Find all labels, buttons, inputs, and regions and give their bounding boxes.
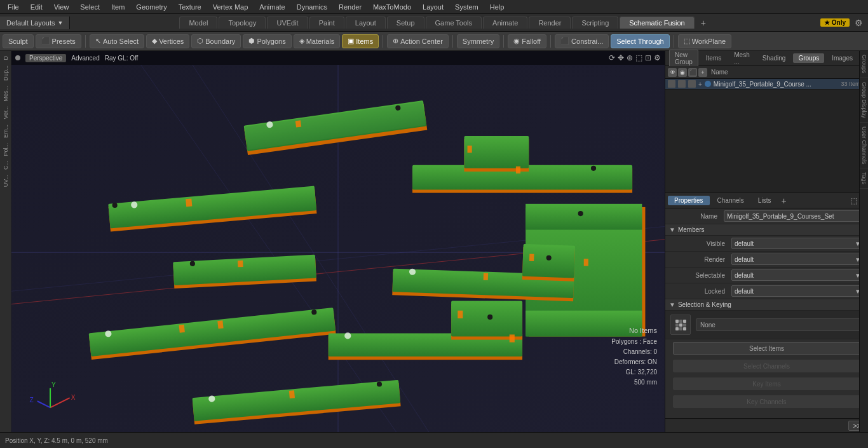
select-items-button[interactable]: Select Items	[669, 341, 864, 356]
plus-icon[interactable]: +	[698, 68, 707, 77]
no-items-label: No Items	[611, 325, 657, 337]
viewport[interactable]: Perspective Advanced Ray GL: Off ⟳ ✥ ⊕ ⬚…	[11, 51, 665, 432]
left-tab-uv[interactable]: UV...	[1, 172, 10, 189]
left-tab-em[interactable]: Em...	[1, 122, 10, 140]
menu-geometry[interactable]: Geometry	[131, 2, 172, 12]
tab-setup[interactable]: Setup	[387, 17, 424, 29]
menu-texture[interactable]: Texture	[173, 2, 207, 12]
selection-keying-section-header[interactable]: ▼ Selection & Keying	[665, 299, 868, 311]
boundary-button[interactable]: ⬡ Boundary	[191, 34, 241, 48]
panel-tab-groups[interactable]: Groups	[793, 53, 824, 63]
add-layout-tab-button[interactable]: +	[696, 16, 711, 30]
prop-selectable-row: Selectable default ▼	[665, 268, 868, 283]
menu-edit[interactable]: Edit	[25, 2, 48, 12]
prop-name-input[interactable]: Minigolf_35_Portable_9_Courses_Set	[724, 210, 864, 222]
tab-paint[interactable]: Paint	[309, 17, 344, 29]
menu-maxtomodo[interactable]: MaxToModo	[368, 2, 416, 12]
tab-topology[interactable]: Topology	[219, 17, 266, 29]
symmetry-button[interactable]: Symmetry	[457, 34, 500, 48]
prop-visible-select[interactable]: default ▼	[731, 238, 864, 249]
polygons-button[interactable]: ⬢ Polygons	[243, 34, 291, 48]
new-group-button[interactable]: New Group	[669, 50, 698, 67]
viewport-dot	[15, 55, 20, 60]
left-tab-d[interactable]: D	[1, 53, 10, 63]
prop-selectable-select[interactable]: default ▼	[731, 269, 864, 281]
viewport-ray-gl[interactable]: Ray GL: Off	[105, 55, 139, 62]
tab-render[interactable]: Render	[529, 17, 571, 29]
workplane-button[interactable]: ⬚ WorkPlane	[678, 34, 732, 48]
item-name[interactable]: Minigolf_35_Portable_9_Course ...	[714, 81, 839, 88]
menu-layout[interactable]: Layout	[417, 2, 449, 12]
viewport-icon-camera[interactable]: ⊡	[645, 53, 651, 62]
rvtab-group-display[interactable]: Group Display	[860, 78, 868, 123]
menu-view[interactable]: View	[49, 2, 74, 12]
materials-button[interactable]: ◈ Materials	[294, 34, 341, 48]
tab-schematic-fusion[interactable]: Schematic Fusion	[620, 17, 694, 29]
menu-animate[interactable]: Animate	[254, 2, 290, 12]
kd7	[675, 327, 679, 330]
left-tab-c[interactable]: C...	[1, 158, 10, 172]
props-add-tab-icon[interactable]: +	[778, 196, 789, 206]
falloff-button[interactable]: ◉ Falloff	[508, 34, 546, 48]
prop-render-row: Render default ▼	[665, 252, 868, 268]
menu-dynamics[interactable]: Dynamics	[292, 2, 332, 12]
viewport-icon-zoom[interactable]: ⊕	[627, 53, 633, 62]
panel-tab-mesh[interactable]: Mesh ...	[729, 50, 754, 67]
props-tab-properties[interactable]: Properties	[668, 196, 710, 205]
left-tab-pol[interactable]: Pol...	[1, 140, 10, 159]
rvtab-groups[interactable]: Groups	[860, 51, 868, 78]
menu-select[interactable]: Select	[75, 2, 105, 12]
tab-game-tools[interactable]: Game Tools	[426, 17, 482, 29]
viewport-mode-advanced[interactable]: Advanced	[71, 55, 99, 62]
keying-icon-button[interactable]	[670, 315, 691, 335]
viewport-icon-frame[interactable]: ⬚	[635, 53, 642, 62]
key-channels-button[interactable]: Key Channels	[669, 394, 864, 409]
props-tab-lists[interactable]: Lists	[752, 196, 778, 205]
menu-system[interactable]: System	[450, 2, 484, 12]
viewport-icons: ⟳ ✥ ⊕ ⬚ ⊡ ⚙	[609, 53, 661, 62]
tab-layout[interactable]: Layout	[346, 17, 386, 29]
key-items-button[interactable]: Key Items	[669, 376, 864, 391]
viewport-icon-pan[interactable]: ✥	[618, 53, 624, 62]
panel-tab-items[interactable]: Items	[701, 53, 726, 63]
members-section-header[interactable]: ▼ Members	[665, 224, 868, 236]
viewport-mode-perspective[interactable]: Perspective	[25, 54, 66, 62]
left-tab-dup[interactable]: Dup...	[1, 63, 10, 83]
tab-model[interactable]: Model	[179, 17, 217, 29]
constraints-icon: ⬛	[560, 37, 569, 45]
menu-render[interactable]: Render	[334, 2, 367, 12]
constraints-button[interactable]: ⬛ Constrai...	[555, 34, 609, 48]
left-tab-ver[interactable]: Ver...	[1, 104, 10, 122]
menu-bar: File Edit View Select Item Geometry Text…	[0, 0, 868, 14]
vertices-button[interactable]: ◆ Vertices	[146, 34, 189, 48]
menu-vertex-map[interactable]: Vertex Map	[208, 2, 254, 12]
rvtab-user-channels[interactable]: User Channels	[860, 123, 868, 169]
item-row[interactable]: + Minigolf_35_Portable_9_Course ... 33 I…	[665, 79, 868, 90]
gear-icon[interactable]: ⚙	[855, 18, 863, 28]
tab-scripting[interactable]: Scripting	[572, 17, 618, 29]
sculpt-button[interactable]: Sculpt	[3, 34, 34, 48]
prop-locked-select[interactable]: default ▼	[731, 285, 864, 297]
tab-uvedit[interactable]: UVEdit	[267, 17, 308, 29]
members-label: Members	[678, 226, 705, 233]
presets-button[interactable]: ⬛ Presets	[36, 34, 81, 48]
items-button[interactable]: ▣ Items	[342, 34, 379, 48]
menu-help[interactable]: Help	[485, 2, 510, 12]
props-tab-channels[interactable]: Channels	[711, 196, 750, 205]
panel-tab-images[interactable]: Images	[827, 53, 858, 63]
select-through-button[interactable]: Select Through	[611, 34, 669, 48]
viewport-icon-rotate[interactable]: ⟳	[609, 53, 615, 62]
panel-tab-shading[interactable]: Shading	[757, 53, 791, 63]
menu-item[interactable]: Item	[106, 2, 130, 12]
item-expand-icon[interactable]: +	[698, 81, 702, 88]
menu-file[interactable]: File	[3, 2, 24, 12]
rvtab-tags[interactable]: Tags	[860, 168, 868, 189]
layout-dropdown[interactable]: Default Layouts ▼	[0, 17, 70, 29]
select-channels-button[interactable]: Select Channels	[669, 358, 864, 374]
tab-animate[interactable]: Animate	[483, 17, 527, 29]
prop-render-select[interactable]: default ▼	[731, 254, 864, 265]
auto-select-button[interactable]: ↖ Auto Select	[90, 34, 144, 48]
action-center-button[interactable]: ⊕ Action Center	[387, 34, 449, 48]
viewport-icon-settings[interactable]: ⚙	[654, 53, 661, 62]
left-tab-mes[interactable]: Mes...	[1, 83, 10, 104]
